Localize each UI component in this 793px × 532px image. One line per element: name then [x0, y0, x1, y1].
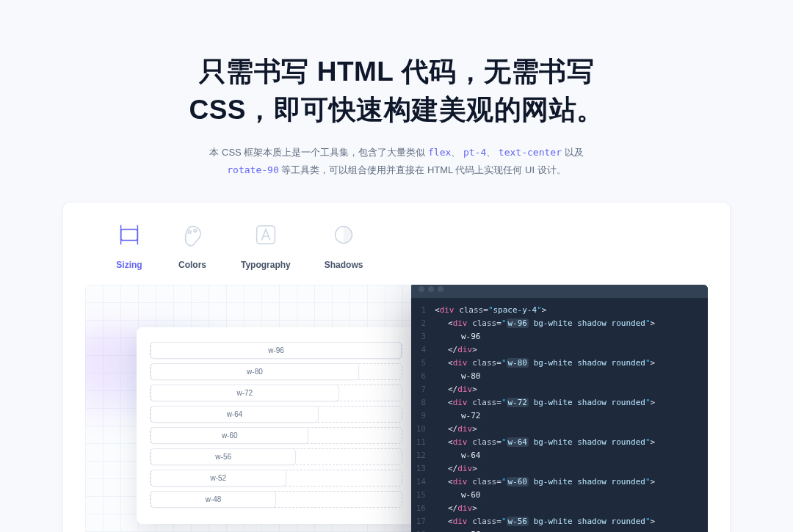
code-line: 8<div class="w-72 bg-white shadow rounde…: [411, 396, 708, 409]
width-bar: w-52: [151, 470, 286, 487]
code-line: 13</div>: [411, 462, 708, 475]
width-bar: w-64: [151, 406, 319, 423]
code-line: 4</div>: [411, 343, 708, 357]
width-bar: w-60: [151, 427, 308, 444]
tab-colors[interactable]: Colors: [178, 220, 207, 270]
tab-shadows[interactable]: Shadows: [325, 220, 363, 270]
hero-line-1: 只需书写 HTML 代码，无需书写: [199, 57, 594, 87]
list-item: w-60: [150, 427, 402, 444]
code-line: 17<div class="w-56 bg-white shadow round…: [411, 515, 708, 528]
chip-pt-4: pt-4: [463, 147, 486, 158]
demo-card: Sizing Colors Typography Shadows: [62, 202, 731, 532]
list-item: w-56: [150, 448, 402, 465]
svg-point-4: [194, 229, 197, 232]
code-line: 2<div class="w-96 bg-white shadow rounde…: [411, 317, 708, 330]
sizing-preview-card: w-96 w-80 w-72 w-64 w-60 w-56 w-52 w-48: [137, 327, 416, 524]
chip-rotate-90: rotate-90: [227, 164, 278, 175]
svg-point-3: [188, 230, 191, 233]
list-item: w-80: [150, 363, 402, 380]
shadows-icon: [329, 220, 358, 249]
code-line: 14<div class="w-60 bg-white shadow round…: [411, 475, 708, 489]
chip-flex: flex: [428, 147, 451, 158]
list-item: w-96: [150, 342, 402, 359]
code-line: 1<div class="space-y-4">: [411, 304, 708, 317]
chip-text-center: text-center: [499, 147, 562, 158]
code-editor: 1<div class="space-y-4">2<div class="w-9…: [411, 285, 708, 532]
list-item: w-48: [150, 491, 402, 508]
width-bar: w-72: [151, 385, 339, 401]
tab-typography[interactable]: Typography: [241, 220, 291, 270]
traffic-light-icon: [428, 286, 434, 292]
code-body: 1<div class="space-y-4">2<div class="w-9…: [411, 298, 708, 532]
code-line: 15w-60: [411, 489, 708, 502]
tab-sizing[interactable]: Sizing: [115, 220, 144, 270]
width-bar: w-80: [151, 363, 359, 380]
code-line: 6w-80: [411, 370, 708, 383]
traffic-light-icon: [419, 286, 424, 292]
code-line: 10</div>: [411, 423, 708, 436]
width-bar: w-48: [151, 491, 276, 508]
sizing-icon: [115, 220, 144, 249]
code-line: 7</div>: [411, 383, 708, 396]
hero-line-2: CSS，即可快速构建美观的网站。: [189, 95, 604, 125]
traffic-light-icon: [438, 286, 443, 292]
width-bar: w-96: [151, 342, 402, 359]
feature-tabs: Sizing Colors Typography Shadows: [85, 220, 708, 270]
colors-icon: [178, 220, 207, 249]
code-line: 11<div class="w-64 bg-white shadow round…: [411, 436, 708, 449]
list-item: w-72: [150, 385, 402, 401]
code-line: 16</div>: [411, 502, 708, 515]
demo-area: w-96 w-80 w-72 w-64 w-60 w-56 w-52 w-48 …: [85, 285, 708, 532]
list-item: w-52: [150, 470, 402, 487]
typography-icon: [251, 220, 280, 249]
editor-titlebar: [411, 285, 708, 298]
code-line: 5<div class="w-80 bg-white shadow rounde…: [411, 357, 708, 370]
width-bar: w-56: [151, 448, 296, 465]
code-line: 18w-56: [411, 528, 708, 532]
page-subtitle: 本 CSS 框架本质上是一个工具集，包含了大量类似 flex、 pt-4、 te…: [0, 144, 793, 180]
page-title: 只需书写 HTML 代码，无需书写 CSS，即可快速构建美观的网站。: [0, 53, 793, 129]
svg-rect-0: [121, 229, 138, 240]
code-line: 12w-64: [411, 449, 708, 462]
code-line: 9w-72: [411, 409, 708, 423]
code-line: 3w-96: [411, 330, 708, 343]
list-item: w-64: [150, 406, 402, 423]
